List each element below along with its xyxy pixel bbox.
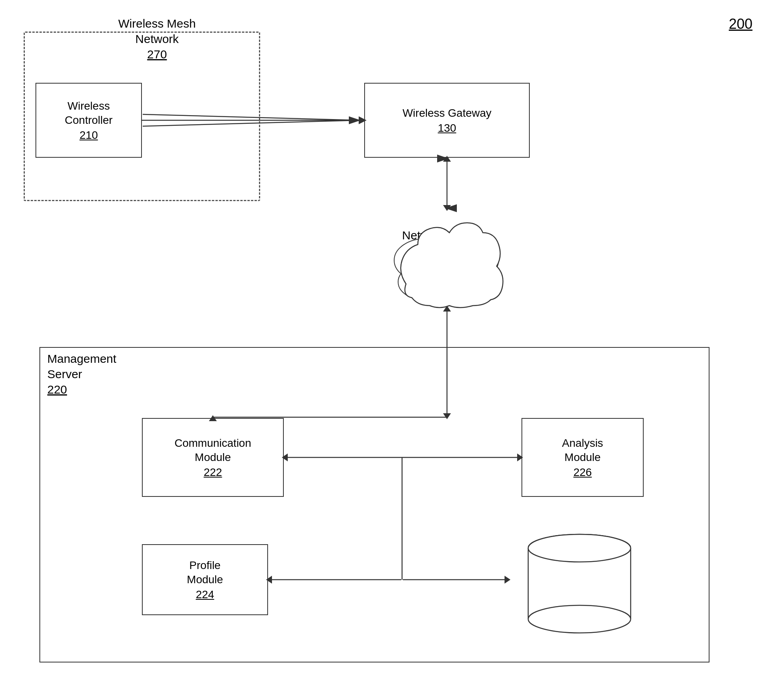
- communication-module-label: CommunicationModule: [175, 436, 251, 465]
- svg-point-15: [422, 270, 477, 306]
- wireless-gateway-label: Wireless Gateway: [402, 106, 492, 120]
- analysis-module-box: AnalysisModule 226: [521, 418, 644, 497]
- wireless-controller-box: WirelessController 210: [35, 83, 142, 158]
- management-server-text: ManagementServer: [47, 351, 116, 382]
- wireless-gateway-box: Wireless Gateway 130: [364, 83, 530, 158]
- storage-module-text: StorageModule: [532, 540, 571, 569]
- wireless-controller-label: WirelessController: [65, 99, 112, 128]
- svg-point-13: [443, 241, 499, 280]
- profile-module-box: ProfileModule 224: [142, 544, 268, 615]
- svg-point-16: [398, 264, 449, 300]
- communication-module-box: CommunicationModule 222: [142, 418, 284, 497]
- diagram: 200 Wireless MeshNetwork 270 WirelessCon…: [0, 0, 784, 696]
- profile-module-number: 224: [196, 588, 214, 601]
- management-server-box: [39, 347, 710, 662]
- analysis-module-label: AnalysisModule: [562, 436, 603, 465]
- management-server-number: 220: [47, 382, 116, 397]
- network-number: 140: [402, 242, 445, 256]
- communication-module-number: 222: [204, 466, 222, 479]
- svg-marker-10: [443, 205, 451, 211]
- network-cloud-label: Network 140: [402, 229, 445, 256]
- figure-number: 200: [729, 16, 752, 32]
- profile-module-label: ProfileModule: [187, 558, 223, 587]
- wireless-mesh-network-text: Wireless MeshNetwork: [118, 16, 196, 47]
- network-text: Network: [402, 229, 445, 242]
- wireless-gateway-number: 130: [438, 122, 456, 134]
- svg-marker-19: [443, 306, 451, 312]
- management-server-label: ManagementServer 220: [47, 351, 116, 397]
- storage-module-number: 228: [532, 569, 571, 583]
- wireless-mesh-network-label: Wireless MeshNetwork 270: [118, 16, 196, 62]
- storage-module-label: StorageModule 228: [532, 540, 571, 583]
- svg-point-14: [453, 263, 501, 297]
- wireless-mesh-network-number: 270: [118, 47, 196, 62]
- wireless-controller-number: 210: [80, 129, 98, 142]
- analysis-module-number: 226: [574, 466, 592, 479]
